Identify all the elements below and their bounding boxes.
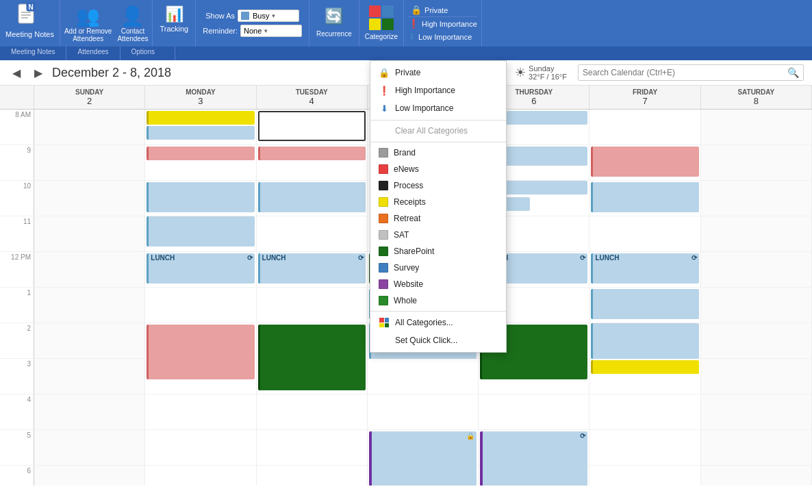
- cell-sun-11[interactable]: [34, 216, 145, 251]
- cell-fri-9[interactable]: [589, 145, 700, 180]
- cell-mon-12[interactable]: LUNCH ⟳: [145, 252, 256, 287]
- cell-fri-11[interactable]: [589, 216, 700, 251]
- cell-mon-1[interactable]: [145, 288, 256, 323]
- event-mon-10-blue[interactable]: [147, 182, 254, 212]
- cell-sat-4[interactable]: [701, 394, 812, 429]
- menu-all-categories[interactable]: All Categories...: [370, 314, 506, 331]
- next-week-btn[interactable]: ▶: [30, 65, 47, 81]
- event-mon-8-blue[interactable]: [147, 126, 254, 140]
- menu-sharepoint[interactable]: SharePoint: [370, 243, 506, 260]
- meeting-notes-section[interactable]: N Meeting Notes: [0, 0, 60, 47]
- cell-tue-9[interactable]: [257, 145, 368, 180]
- prev-week-btn[interactable]: ◀: [8, 65, 25, 81]
- cell-sun-9[interactable]: [34, 145, 145, 180]
- cell-mon-10[interactable]: [145, 181, 256, 216]
- cell-tue-8[interactable]: [257, 110, 368, 144]
- menu-whole[interactable]: Whole: [370, 292, 506, 309]
- cell-sat-6[interactable]: [701, 466, 812, 486]
- event-fri-2-blue[interactable]: [591, 323, 698, 359]
- event-tue-8-outline[interactable]: [258, 111, 366, 141]
- cell-sun-5[interactable]: [34, 430, 145, 465]
- menu-low-importance[interactable]: ⬇ Low Importance: [370, 99, 506, 117]
- cell-sat-11[interactable]: [701, 216, 812, 251]
- event-mon-8-yellow[interactable]: [147, 111, 254, 125]
- menu-brand[interactable]: Brand: [370, 144, 506, 161]
- cell-sat-8[interactable]: [701, 110, 812, 144]
- cell-fri-10[interactable]: [589, 181, 700, 216]
- cell-tue-3[interactable]: [257, 359, 368, 394]
- categorize-section[interactable]: Categorize: [359, 0, 404, 47]
- cell-tue-4[interactable]: [257, 394, 368, 429]
- cell-tue-2[interactable]: [257, 323, 368, 358]
- cell-tue-1[interactable]: [257, 288, 368, 323]
- search-icon[interactable]: 🔍: [787, 67, 799, 78]
- menu-clear-all[interactable]: Clear All Categories: [370, 122, 506, 140]
- event-fri-lunch[interactable]: LUNCH ⟳: [591, 253, 698, 284]
- event-tue-9-pink[interactable]: [258, 147, 366, 160]
- cell-fri-2[interactable]: [589, 323, 700, 358]
- cell-mon-5[interactable]: [145, 430, 256, 465]
- cell-wed-3[interactable]: [368, 359, 479, 394]
- cell-sat-3[interactable]: [701, 359, 812, 394]
- menu-receipts[interactable]: Receipts: [370, 194, 506, 210]
- recurrence-btn[interactable]: 🔄 Recurrence: [309, 0, 359, 47]
- event-mon-lunch[interactable]: LUNCH ⟳: [147, 253, 254, 284]
- cell-mon-11[interactable]: [145, 216, 256, 251]
- cell-sun-10[interactable]: [34, 181, 145, 216]
- cell-fri-1[interactable]: [589, 288, 700, 323]
- cell-tue-5[interactable]: [257, 430, 368, 465]
- show-as-dropdown[interactable]: Busy ▼: [238, 10, 299, 22]
- menu-high-importance[interactable]: ❗ High Importance: [370, 81, 506, 99]
- event-fri-1-blue[interactable]: [591, 289, 698, 319]
- cell-mon-2[interactable]: [145, 323, 256, 358]
- cell-sat-12[interactable]: [701, 252, 812, 287]
- event-mon-9-pink[interactable]: [147, 147, 254, 160]
- menu-private[interactable]: 🔒 Private: [370, 64, 506, 81]
- cell-thu-3[interactable]: [479, 359, 589, 394]
- cell-mon-3[interactable]: [145, 359, 256, 394]
- cell-wed-5[interactable]: 🔒: [368, 430, 479, 465]
- cell-thu-4[interactable]: [479, 394, 589, 429]
- search-box[interactable]: 🔍: [578, 64, 804, 81]
- cell-sun-12[interactable]: [34, 252, 145, 287]
- cell-sun-4[interactable]: [34, 394, 145, 429]
- menu-process[interactable]: Process: [370, 177, 506, 194]
- menu-retreat[interactable]: Retreat: [370, 210, 506, 227]
- cell-fri-3[interactable]: [589, 359, 700, 394]
- cell-tue-11[interactable]: [257, 216, 368, 251]
- menu-sat[interactable]: SAT: [370, 227, 506, 243]
- menu-enews[interactable]: eNews: [370, 161, 506, 177]
- cell-mon-4[interactable]: [145, 394, 256, 429]
- cell-wed-6[interactable]: [368, 466, 479, 486]
- event-tue-3-green[interactable]: [258, 360, 366, 390]
- contact-attendees-btn[interactable]: 👤 ContactAttendees: [117, 5, 148, 42]
- menu-set-quick-click[interactable]: Set Quick Click...: [370, 331, 506, 349]
- cell-sun-1[interactable]: [34, 288, 145, 323]
- high-importance-btn[interactable]: ❗ High Importance: [408, 17, 477, 30]
- tracking-section[interactable]: 📊 Tracking: [153, 0, 196, 47]
- cell-sun-3[interactable]: [34, 359, 145, 394]
- cell-sat-5[interactable]: [701, 430, 812, 465]
- cell-mon-9[interactable]: [145, 145, 256, 180]
- cell-mon-6[interactable]: [145, 466, 256, 486]
- event-tue-lunch[interactable]: LUNCH ⟳: [258, 253, 366, 284]
- cell-sat-9[interactable]: [701, 145, 812, 180]
- cell-tue-10[interactable]: [257, 181, 368, 216]
- event-fri-10-blue[interactable]: [591, 182, 698, 212]
- low-importance-btn[interactable]: ⬇ Low Importance: [408, 30, 477, 43]
- cell-thu-5[interactable]: ⟳: [479, 430, 589, 465]
- cell-mon-8[interactable]: [145, 110, 256, 144]
- cell-sat-1[interactable]: [701, 288, 812, 323]
- cell-sun-6[interactable]: [34, 466, 145, 486]
- cell-sat-10[interactable]: [701, 181, 812, 216]
- add-remove-attendees-btn[interactable]: 👥 Add or RemoveAttendees: [64, 5, 112, 42]
- cell-fri-8[interactable]: [589, 110, 700, 144]
- reminder-dropdown[interactable]: None ▼: [240, 25, 302, 37]
- event-fri-3-yellow[interactable]: [591, 360, 698, 374]
- event-mon-11-blue[interactable]: [147, 216, 254, 247]
- search-input[interactable]: [583, 68, 787, 77]
- menu-website[interactable]: Website: [370, 276, 506, 292]
- event-tue-10-blue[interactable]: [258, 182, 366, 212]
- cell-wed-4[interactable]: [368, 394, 479, 429]
- cell-tue-6[interactable]: [257, 466, 368, 486]
